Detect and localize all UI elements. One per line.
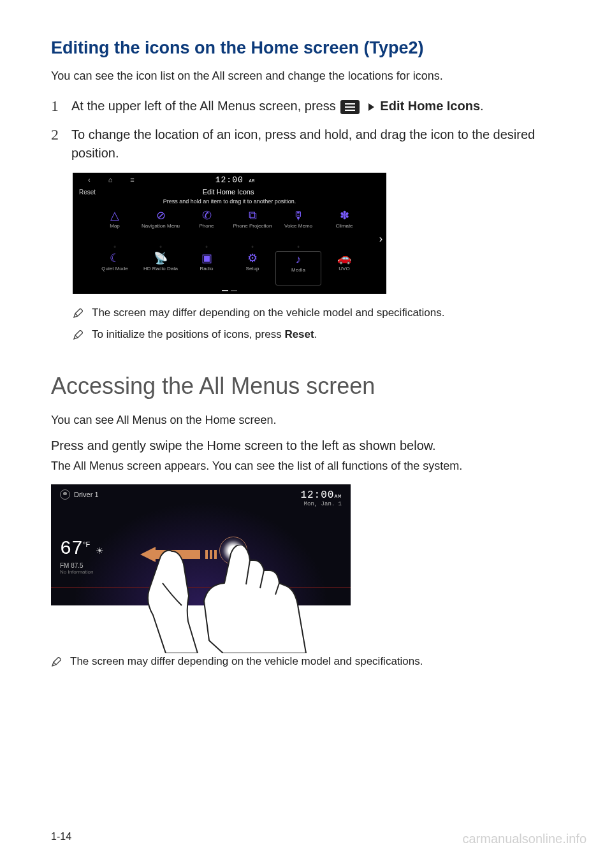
pencil-icon	[73, 330, 83, 340]
clock-date: Mon, Jan. 1	[300, 501, 342, 507]
projection-icon: ⧉	[245, 208, 259, 222]
icon-label: Radio	[200, 266, 214, 272]
quiet-mode-icon: ☾	[108, 251, 122, 265]
setup-icon: ⚙	[245, 251, 259, 265]
divider-line	[51, 587, 351, 588]
note-text: The screen may differ depending on the v…	[70, 655, 423, 668]
icon-label: HD Radio Data	[143, 266, 178, 272]
triangle-right-icon	[368, 103, 374, 111]
icon-projection[interactable]: ⧉Phone Projection	[229, 208, 275, 243]
radio-widget: FM 87.5 No Information	[60, 562, 93, 575]
climate-icon: ✽	[337, 208, 351, 222]
pencil-icon	[73, 308, 83, 319]
temp-value: 67	[60, 538, 83, 560]
icon-label: Phone	[199, 224, 214, 229]
hd-radio-icon: 📡	[154, 251, 168, 265]
home-icon[interactable]: ⌂	[108, 176, 113, 184]
navigation-icon: ⊘	[154, 208, 168, 222]
radio-info: No Information	[60, 569, 93, 575]
menu-icon	[340, 100, 360, 114]
temperature-widget: 67°F ☀	[60, 538, 104, 560]
radio-icon: ▣	[200, 251, 214, 265]
page-number: 1-14	[51, 831, 71, 843]
temp-unit: °F	[83, 540, 90, 548]
icon-radio[interactable]: ▣Radio	[184, 251, 229, 286]
step-text: At the upper left of the All Menus scree…	[71, 97, 561, 115]
icon-map[interactable]: △Map	[92, 208, 138, 243]
step1-pre: At the upper left of the All Menus scree…	[71, 99, 339, 113]
icon-phone[interactable]: ✆Phone	[184, 208, 229, 243]
step-2: 2 To change the location of an icon, pre…	[51, 126, 561, 163]
icon-label: Voice Memo	[284, 224, 312, 229]
clock-time: 12:00	[300, 489, 334, 501]
driver-label[interactable]: Driver 1	[60, 489, 99, 500]
uvo-icon: 🚗	[337, 251, 351, 265]
section2-action: Press and gently swipe the Home screen t…	[51, 438, 561, 453]
note-text: To initialize the positions of icons, pr…	[92, 328, 317, 341]
clock-ampm: AM	[249, 178, 254, 184]
media-icon: ♪	[291, 252, 305, 266]
screenshot-home-swipe: Driver 1 12:00AM Mon, Jan. 1 67°F ☀ FM 8…	[51, 484, 363, 649]
chevron-up-icon[interactable]: ▴	[255, 584, 258, 591]
icon-label: Navigation Menu	[142, 224, 180, 229]
clock: 12:00 AM	[135, 175, 335, 185]
icon-uvo[interactable]: 🚗UVO	[321, 251, 367, 286]
section2-heading: Accessing the All Menus screen	[51, 373, 561, 400]
map-icon: △	[108, 208, 122, 222]
icon-label: Quiet Mode	[101, 266, 127, 272]
section2-result: The All Menus screen appears. You can se…	[51, 459, 561, 473]
chevron-right-icon[interactable]: ›	[379, 233, 382, 245]
phone-icon: ✆	[200, 208, 214, 222]
reset-button[interactable]: Reset	[79, 189, 96, 196]
icon-climate[interactable]: ✽Climate	[321, 208, 367, 243]
home-screen[interactable]: Driver 1 12:00AM Mon, Jan. 1 67°F ☀ FM 8…	[51, 484, 351, 605]
shot1-hint: Press and hold an item to drag it to ano…	[73, 196, 386, 208]
step-number: 1	[51, 97, 62, 115]
icon-quiet[interactable]: ☾Quiet Mode	[92, 251, 138, 286]
section-title: Editing the icons on the Home screen (Ty…	[51, 38, 561, 58]
shot1-topbar: ‹ ⌂ ≡ 12:00 AM	[73, 173, 386, 187]
weather-icon: ☀	[96, 546, 104, 556]
icon-hdradio[interactable]: 📡HD Radio Data	[138, 251, 184, 286]
voice-memo-icon: 🎙	[291, 208, 305, 222]
shot1-row2: Reset Edit Home Icons	[73, 187, 386, 196]
clock-block: 12:00AM Mon, Jan. 1	[300, 489, 342, 507]
page-indicator	[222, 290, 237, 291]
icon-grid: △Map ⊘Navigation Menu ✆Phone ⧉Phone Proj…	[73, 208, 386, 286]
step1-post: Edit Home Icons	[380, 99, 480, 113]
note-1b: To initialize the positions of icons, pr…	[73, 328, 561, 341]
radio-station: FM 87.5	[60, 562, 93, 569]
note1b-bold: Reset	[284, 328, 314, 340]
avatar-icon	[60, 489, 70, 500]
back-icon[interactable]: ‹	[88, 176, 91, 184]
driver-name: Driver 1	[74, 491, 99, 498]
shot1-header: Edit Home Icons	[96, 188, 361, 196]
section2-intro: You can see All Menus on the Home screen…	[51, 414, 561, 427]
icon-label: Media	[291, 268, 305, 273]
touch-point-icon	[219, 537, 247, 565]
note1b-post: .	[314, 328, 317, 340]
step-1: 1 At the upper left of the All Menus scr…	[51, 97, 561, 115]
icon-media[interactable]: ♪Media	[275, 251, 321, 286]
icon-label: Phone Projection	[233, 224, 272, 229]
icon-voice[interactable]: 🎙Voice Memo	[275, 208, 321, 243]
icon-setup[interactable]: ⚙Setup	[229, 251, 275, 286]
note1b-pre: To initialize the positions of icons, pr…	[92, 328, 284, 340]
icon-label: UVO	[339, 266, 349, 272]
icon-label: Climate	[335, 224, 353, 229]
note-2: The screen may differ depending on the v…	[51, 655, 561, 668]
pencil-icon	[51, 657, 61, 667]
note-text: The screen may differ depending on the v…	[92, 307, 444, 319]
step1-period: .	[480, 99, 484, 113]
step-number: 2	[51, 126, 62, 163]
screenshot-edit-home-icons: ‹ ⌂ ≡ 12:00 AM Reset Edit Home Icons Pre…	[73, 173, 386, 294]
step-text: To change the location of an icon, press…	[71, 126, 561, 163]
note-1a: The screen may differ depending on the v…	[73, 307, 561, 319]
clock-ampm: AM	[334, 493, 342, 499]
watermark: carmanualsonline.info	[462, 832, 586, 846]
section-intro: You can see the icon list on the All scr…	[51, 69, 561, 83]
clock-time: 12:00	[215, 175, 244, 185]
icon-label: Setup	[246, 266, 259, 272]
icon-navigation[interactable]: ⊘Navigation Menu	[138, 208, 184, 243]
shot2-topbar: Driver 1 12:00AM Mon, Jan. 1	[51, 484, 351, 507]
